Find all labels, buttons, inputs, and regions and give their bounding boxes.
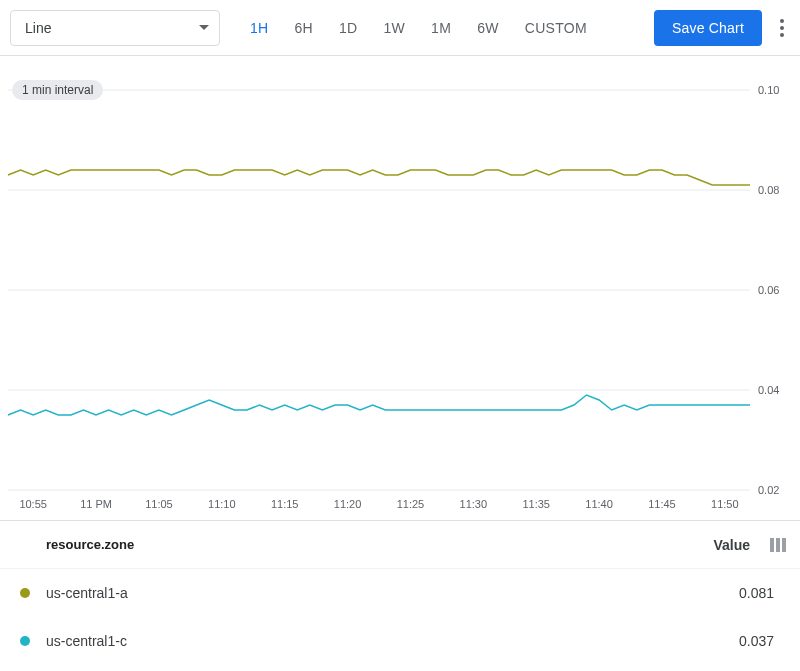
legend-value: 0.037 <box>739 633 774 649</box>
range-6h[interactable]: 6H <box>283 12 326 44</box>
columns-icon[interactable] <box>770 538 786 552</box>
legend-value-col: Value <box>713 537 750 553</box>
chart-type-selected: Line <box>25 20 51 36</box>
legend-label: us-central1-a <box>46 585 128 601</box>
legend-table: resource.zone Value us-central1-a 0.081 … <box>0 520 800 665</box>
svg-text:0.04: 0.04 <box>758 384 779 396</box>
svg-rect-27 <box>782 538 786 552</box>
svg-text:11:30: 11:30 <box>460 498 488 510</box>
svg-text:11:25: 11:25 <box>397 498 425 510</box>
svg-text:11 PM: 11 PM <box>80 498 112 510</box>
save-chart-button[interactable]: Save Chart <box>654 10 762 46</box>
svg-text:11:20: 11:20 <box>334 498 362 510</box>
line-chart[interactable]: 0.020.040.060.080.1010:5511 PM11:0511:10… <box>0 80 800 520</box>
svg-text:0.06: 0.06 <box>758 284 779 296</box>
legend-row[interactable]: us-central1-a 0.081 <box>0 569 800 617</box>
svg-point-1 <box>780 26 784 30</box>
chevron-down-icon <box>199 25 209 30</box>
svg-text:0.08: 0.08 <box>758 184 779 196</box>
range-1h[interactable]: 1H <box>238 12 281 44</box>
svg-text:10:55: 10:55 <box>19 498 47 510</box>
svg-text:11:45: 11:45 <box>648 498 676 510</box>
legend-row[interactable]: us-central1-c 0.037 <box>0 617 800 665</box>
legend-groupby-col: resource.zone <box>46 537 134 552</box>
svg-text:11:50: 11:50 <box>711 498 739 510</box>
svg-text:11:10: 11:10 <box>208 498 236 510</box>
svg-text:11:40: 11:40 <box>585 498 613 510</box>
legend-swatch <box>20 588 30 598</box>
range-1w[interactable]: 1W <box>372 12 418 44</box>
svg-point-0 <box>780 19 784 23</box>
legend-header: resource.zone Value <box>0 521 800 569</box>
svg-text:11:05: 11:05 <box>145 498 173 510</box>
time-range-group: 1H 6H 1D 1W 1M 6W CUSTOM <box>238 12 599 44</box>
toolbar: Line 1H 6H 1D 1W 1M 6W CUSTOM Save Chart <box>0 0 800 56</box>
more-vertical-icon <box>780 19 784 37</box>
svg-text:11:35: 11:35 <box>522 498 550 510</box>
interval-badge: 1 min interval <box>12 80 103 100</box>
range-1d[interactable]: 1D <box>327 12 370 44</box>
svg-rect-26 <box>776 538 780 552</box>
svg-text:0.02: 0.02 <box>758 484 779 496</box>
range-custom[interactable]: CUSTOM <box>513 12 599 44</box>
range-6w[interactable]: 6W <box>465 12 511 44</box>
more-menu-button[interactable] <box>772 10 792 46</box>
svg-text:0.10: 0.10 <box>758 84 779 96</box>
legend-label: us-central1-c <box>46 633 127 649</box>
chart-area: 1 min interval 0.020.040.060.080.1010:55… <box>0 56 800 520</box>
legend-value: 0.081 <box>739 585 774 601</box>
chart-type-select[interactable]: Line <box>10 10 220 46</box>
range-1m[interactable]: 1M <box>419 12 463 44</box>
svg-rect-25 <box>770 538 774 552</box>
svg-point-2 <box>780 33 784 37</box>
svg-text:11:15: 11:15 <box>271 498 299 510</box>
legend-swatch <box>20 636 30 646</box>
